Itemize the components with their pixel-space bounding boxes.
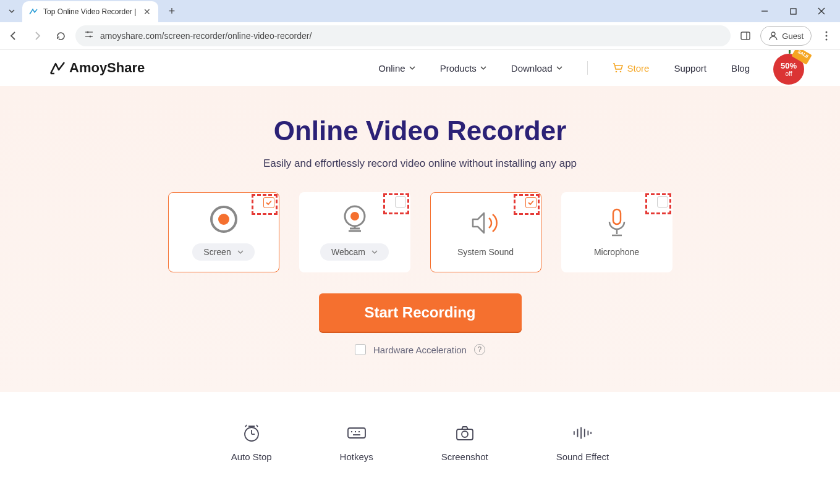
- nav-products[interactable]: Products: [440, 63, 486, 74]
- new-tab-button[interactable]: +: [163, 2, 180, 20]
- feature-label: Auto Stop: [231, 452, 272, 462]
- card-dropdown[interactable]: Webcam: [320, 243, 389, 261]
- card-microphone[interactable]: Microphone: [561, 192, 672, 272]
- svg-rect-1: [791, 9, 796, 14]
- browser-tab[interactable]: Top Online Video Recorder | ✕: [22, 1, 158, 22]
- camera-icon: [455, 423, 475, 443]
- features-row: Auto Stop Hotkeys Screenshot Sound Effec…: [0, 392, 840, 499]
- feature-hotkeys[interactable]: Hotkeys: [340, 423, 373, 462]
- site-settings-icon[interactable]: [84, 30, 94, 41]
- forward-button[interactable]: [28, 27, 46, 44]
- sale-badge[interactable]: 50% off: [773, 54, 804, 85]
- logo-icon: [49, 61, 66, 75]
- address-bar[interactable]: amoyshare.com/screen-recorder/online-vid…: [75, 25, 731, 46]
- svg-point-8: [771, 32, 775, 36]
- webcam-icon: [339, 204, 370, 235]
- browser-toolbar: amoyshare.com/screen-recorder/online-vid…: [0, 22, 840, 50]
- hero-title: Online Video Recorder: [0, 116, 840, 146]
- svg-point-5: [90, 36, 91, 38]
- back-button[interactable]: [5, 27, 22, 44]
- hero-section: Online Video Recorder Easily and effortl…: [0, 86, 840, 392]
- nav-support[interactable]: Support: [674, 63, 706, 74]
- clock-icon: [242, 423, 261, 443]
- microphone-icon: [601, 208, 632, 238]
- card-label: Microphone: [594, 247, 639, 257]
- feature-label: Sound Effect: [556, 452, 609, 462]
- card-screen[interactable]: Screen: [168, 192, 279, 272]
- nav-divider: [587, 61, 588, 75]
- svg-point-12: [615, 71, 617, 73]
- hero-subtitle: Easily and effortlessly record video onl…: [0, 158, 840, 170]
- svg-rect-20: [613, 209, 621, 224]
- svg-rect-6: [741, 32, 750, 40]
- card-checkbox[interactable]: [657, 196, 668, 208]
- chevron-down-icon: [480, 65, 486, 71]
- tabs-dropdown[interactable]: [4, 3, 20, 19]
- card-dropdown[interactable]: Screen: [192, 243, 254, 261]
- chevron-down-icon: [371, 249, 378, 255]
- nav-download[interactable]: Download: [511, 63, 562, 74]
- card-label: Screen: [203, 247, 231, 257]
- card-checkbox[interactable]: [525, 197, 537, 208]
- brand-name: AmoyShare: [69, 60, 145, 76]
- check-icon: [265, 199, 273, 206]
- record-icon: [208, 204, 239, 235]
- card-webcam[interactable]: Webcam: [299, 192, 410, 272]
- soundwave-icon: [572, 423, 592, 443]
- card-label: Webcam: [331, 247, 365, 257]
- chevron-down-icon: [556, 65, 562, 71]
- nav-online[interactable]: Online: [378, 63, 415, 74]
- page-viewport[interactable]: AmoyShare Online Products Download Store…: [0, 50, 840, 504]
- window-close-button[interactable]: [813, 2, 830, 20]
- browser-tab-strip: Top Online Video Recorder | ✕ +: [0, 0, 840, 22]
- help-icon[interactable]: ?: [474, 344, 485, 355]
- card-label: System Sound: [457, 247, 514, 257]
- check-icon: [527, 199, 535, 206]
- window-maximize-button[interactable]: [784, 2, 802, 20]
- side-panel-button[interactable]: [737, 27, 754, 44]
- feature-screenshot[interactable]: Screenshot: [441, 423, 488, 462]
- svg-rect-26: [348, 428, 365, 438]
- svg-point-11: [826, 39, 828, 41]
- source-cards: Screen Webcam: [0, 192, 840, 272]
- chevron-down-icon: [237, 249, 244, 255]
- tab-title: Top Online Video Recorder |: [43, 7, 137, 16]
- hardware-accel-checkbox[interactable]: [355, 344, 366, 355]
- window-minimize-button[interactable]: [756, 2, 773, 20]
- svg-point-19: [350, 212, 359, 220]
- profile-button[interactable]: Guest: [760, 26, 812, 46]
- speaker-icon: [470, 208, 501, 238]
- svg-point-17: [218, 214, 229, 225]
- feature-sound-effect[interactable]: Sound Effect: [556, 423, 609, 462]
- card-checkbox[interactable]: [263, 197, 274, 208]
- svg-point-9: [826, 32, 828, 33]
- profile-label: Guest: [782, 32, 804, 41]
- url-text: amoyshare.com/screen-recorder/online-vid…: [100, 31, 312, 41]
- start-recording-button[interactable]: Start Recording: [319, 293, 522, 332]
- chevron-down-icon: [409, 65, 415, 71]
- hardware-accel-row: Hardware Acceleration ?: [0, 344, 840, 355]
- sale-off: off: [786, 70, 792, 77]
- hardware-accel-label: Hardware Acceleration: [373, 345, 467, 355]
- svg-point-3: [87, 32, 89, 33]
- svg-point-10: [826, 35, 828, 37]
- feature-label: Hotkeys: [340, 452, 373, 462]
- tab-close-button[interactable]: ✕: [142, 7, 152, 17]
- nav-blog[interactable]: Blog: [731, 63, 750, 74]
- card-system-sound[interactable]: System Sound: [430, 192, 541, 272]
- site-header: AmoyShare Online Products Download Store…: [0, 50, 840, 86]
- browser-menu-button[interactable]: [818, 27, 835, 44]
- sale-percent: 50%: [781, 61, 797, 70]
- feature-auto-stop[interactable]: Auto Stop: [231, 423, 272, 462]
- nav-store[interactable]: Store: [613, 63, 650, 74]
- svg-point-13: [619, 71, 621, 73]
- cart-icon: [613, 63, 624, 73]
- feature-label: Screenshot: [441, 452, 488, 462]
- user-icon: [768, 31, 778, 41]
- svg-point-32: [462, 431, 468, 437]
- reload-button[interactable]: [52, 27, 69, 44]
- keyboard-icon: [347, 423, 367, 443]
- card-checkbox[interactable]: [395, 196, 406, 208]
- tab-favicon-icon: [28, 7, 38, 17]
- brand-logo[interactable]: AmoyShare: [49, 60, 145, 76]
